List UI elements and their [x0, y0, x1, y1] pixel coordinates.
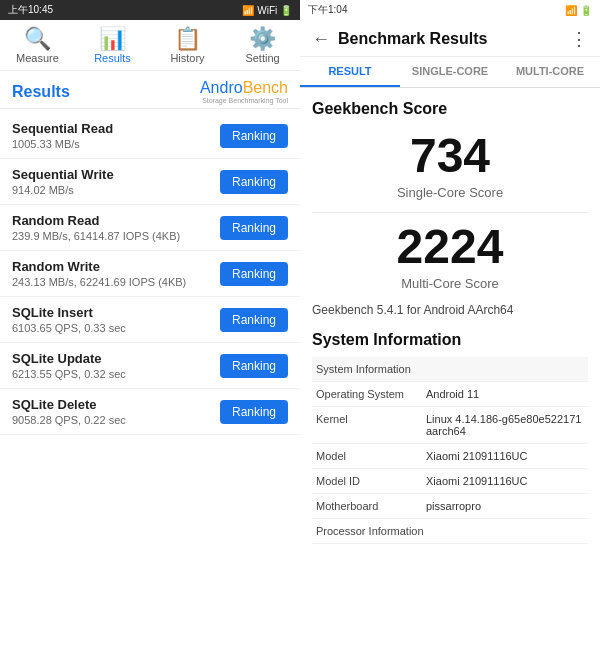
status-bar-left: 上午10:45 📶 WiFi 🔋 [0, 0, 300, 20]
info-row: Kernel Linux 4.14.186-g65e80e522171 aarc… [312, 407, 588, 444]
metric-info: SQLite Insert 6103.65 QPS, 0.33 sec [12, 305, 220, 334]
metric-value: 239.9 MB/s, 61414.87 IOPS (4KB) [12, 230, 220, 242]
info-row: Motherboard pissarropro [312, 494, 588, 519]
info-key: Model ID [316, 475, 426, 487]
info-val: Android 11 [426, 388, 584, 400]
info-val: Linux 4.14.186-g65e80e522171 aarch64 [426, 413, 584, 437]
nav-measure[interactable]: 🔍 Measure [0, 26, 75, 66]
info-row: Model ID Xiaomi 21091116UC [312, 469, 588, 494]
system-info-title: System Information [312, 331, 588, 349]
info-key: Model [316, 450, 426, 462]
metric-item: SQLite Delete 9058.28 QPS, 0.22 sec Rank… [0, 389, 300, 435]
tab-multi-core[interactable]: MULTI-CORE [500, 57, 600, 87]
info-header-label: System Information [316, 363, 426, 375]
metric-info: Sequential Write 914.02 MB/s [12, 167, 220, 196]
single-core-block: 734 Single-Core Score [312, 130, 588, 200]
metric-value: 6213.55 QPS, 0.32 sec [12, 368, 220, 380]
metric-name: Random Write [12, 259, 220, 274]
multi-core-label: Multi-Core Score [312, 276, 588, 291]
single-core-score: 734 [312, 130, 588, 183]
metric-item: Random Read 239.9 MB/s, 61414.87 IOPS (4… [0, 205, 300, 251]
single-core-label: Single-Core Score [312, 185, 588, 200]
ranking-button[interactable]: Ranking [220, 354, 288, 378]
metric-value: 9058.28 QPS, 0.22 sec [12, 414, 220, 426]
setting-label: Setting [245, 52, 279, 64]
results-page-title: Results [12, 83, 70, 101]
multi-core-score: 2224 [312, 221, 588, 274]
logo-bench: Bench [243, 79, 288, 96]
benchmark-title: Benchmark Results [338, 30, 570, 48]
metric-name: Sequential Read [12, 121, 220, 136]
metric-item: Sequential Read 1005.33 MB/s Ranking [0, 113, 300, 159]
status-bar-right: 下午1:04 📶 🔋 [300, 0, 600, 20]
tab-single-core[interactable]: SINGLE-CORE [400, 57, 500, 87]
info-val: Xiaomi 21091116UC [426, 475, 584, 487]
metric-info: Random Read 239.9 MB/s, 61414.87 IOPS (4… [12, 213, 220, 242]
metric-name: Sequential Write [12, 167, 220, 182]
metric-item: SQLite Update 6213.55 QPS, 0.32 sec Rank… [0, 343, 300, 389]
info-key: Operating System [316, 388, 426, 400]
right-content: Geekbench Score 734 Single-Core Score 22… [300, 88, 600, 667]
info-val: Xiaomi 21091116UC [426, 450, 584, 462]
tab-result[interactable]: RESULT [300, 57, 400, 87]
nav-setting[interactable]: ⚙️ Setting [225, 26, 300, 66]
system-info-table: System Information Operating System Andr… [312, 357, 588, 544]
tabs-bar: RESULT SINGLE-CORE MULTI-CORE [300, 57, 600, 88]
history-icon: 📋 [174, 28, 201, 50]
history-label: History [170, 52, 204, 64]
androbench-logo: AndroBench Storage Benchmarking Tool [200, 79, 288, 104]
left-panel: 上午10:45 📶 WiFi 🔋 🔍 Measure 📊 Results 📋 H… [0, 0, 300, 667]
logo-andro: Andro [200, 79, 243, 96]
metric-name: SQLite Insert [12, 305, 220, 320]
metrics-list: Sequential Read 1005.33 MB/s Ranking Seq… [0, 109, 300, 667]
nav-history[interactable]: 📋 History [150, 26, 225, 66]
metric-name: SQLite Delete [12, 397, 220, 412]
info-row: Model Xiaomi 21091116UC [312, 444, 588, 469]
metric-value: 914.02 MB/s [12, 184, 220, 196]
metric-info: Sequential Read 1005.33 MB/s [12, 121, 220, 150]
metric-info: SQLite Delete 9058.28 QPS, 0.22 sec [12, 397, 220, 426]
back-button[interactable]: ← [312, 29, 330, 50]
metric-info: Random Write 243.13 MB/s, 62241.69 IOPS … [12, 259, 220, 288]
metric-name: Random Read [12, 213, 220, 228]
setting-icon: ⚙️ [249, 28, 276, 50]
nav-bar: 🔍 Measure 📊 Results 📋 History ⚙️ Setting [0, 20, 300, 71]
metric-value: 6103.65 QPS, 0.33 sec [12, 322, 220, 334]
info-key: Motherboard [316, 500, 426, 512]
status-icons-left: 📶 WiFi 🔋 [242, 5, 292, 16]
benchmark-header: ← Benchmark Results ⋮ [300, 20, 600, 57]
metric-info: SQLite Update 6213.55 QPS, 0.32 sec [12, 351, 220, 380]
info-row: Operating System Android 11 [312, 382, 588, 407]
multi-core-block: 2224 Multi-Core Score [312, 221, 588, 291]
score-divider [312, 212, 588, 213]
info-val [426, 525, 584, 537]
metric-value: 243.13 MB/s, 62241.69 IOPS (4KB) [12, 276, 220, 288]
right-panel: 下午1:04 📶 🔋 ← Benchmark Results ⋮ RESULT … [300, 0, 600, 667]
ranking-button[interactable]: Ranking [220, 170, 288, 194]
info-header-row: System Information [312, 357, 588, 382]
ranking-button[interactable]: Ranking [220, 216, 288, 240]
info-key: Processor Information [316, 525, 426, 537]
logo-sub: Storage Benchmarking Tool [202, 97, 288, 104]
metric-item: SQLite Insert 6103.65 QPS, 0.33 sec Rank… [0, 297, 300, 343]
measure-icon: 🔍 [24, 28, 51, 50]
ranking-button[interactable]: Ranking [220, 308, 288, 332]
more-icon[interactable]: ⋮ [570, 28, 588, 50]
metric-item: Sequential Write 914.02 MB/s Ranking [0, 159, 300, 205]
geekbench-version: Geekbench 5.4.1 for Android AArch64 [312, 303, 588, 317]
info-val: pissarropro [426, 500, 584, 512]
results-icon: 📊 [99, 28, 126, 50]
status-icons-right: 📶 🔋 [565, 5, 592, 16]
geekbench-section-title: Geekbench Score [312, 100, 588, 118]
metric-name: SQLite Update [12, 351, 220, 366]
time-right: 下午1:04 [308, 3, 347, 17]
metric-item: Random Write 243.13 MB/s, 62241.69 IOPS … [0, 251, 300, 297]
metric-value: 1005.33 MB/s [12, 138, 220, 150]
androbench-header: Results AndroBench Storage Benchmarking … [0, 71, 300, 109]
ranking-button[interactable]: Ranking [220, 124, 288, 148]
measure-label: Measure [16, 52, 59, 64]
ranking-button[interactable]: Ranking [220, 400, 288, 424]
ranking-button[interactable]: Ranking [220, 262, 288, 286]
info-key: Kernel [316, 413, 426, 437]
nav-results[interactable]: 📊 Results [75, 26, 150, 66]
